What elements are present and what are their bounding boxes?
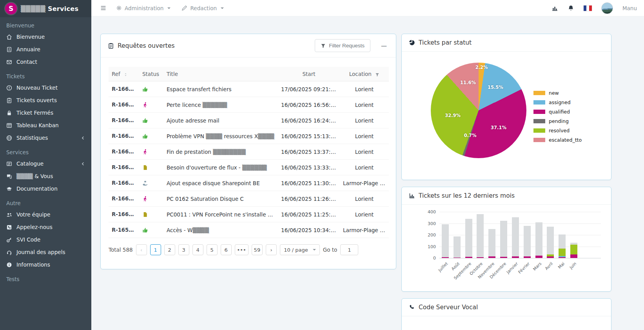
sidebar: S ▒▒▒▒▒ Services Bienvenue Bienvenue Ann… xyxy=(0,0,91,330)
request-title: PC 0162 Saturation Disque C xyxy=(163,191,278,207)
sidebar-item-contact[interactable]: Contact xyxy=(0,56,91,68)
bell-icon[interactable] xyxy=(568,5,574,11)
sidebar-item-annuaire[interactable]: Annuaire xyxy=(0,43,91,56)
request-ref[interactable]: R-166187 xyxy=(109,81,139,97)
bar-segment-qualified xyxy=(559,257,566,258)
table-row[interactable]: R-166144 Ajoute adresse mail 16/06/2025 … xyxy=(109,113,389,128)
column-header-status: Status xyxy=(139,67,163,81)
page-button-6[interactable]: 6 xyxy=(221,244,232,255)
table-row[interactable]: R-166128 Problème VPN ▒▒▒▒ ressources X▒… xyxy=(109,128,389,144)
prev-page-button[interactable]: ‹ xyxy=(136,244,147,255)
status-icon xyxy=(142,227,148,233)
sidebar-item-bienvenue[interactable]: Bienvenue xyxy=(0,31,91,43)
sidebar-item-label: Tableau Kanban xyxy=(16,122,59,128)
sidebar-item-ticket-fermes[interactable]: Ticket Fermés xyxy=(0,106,91,119)
bar-chart-icon xyxy=(409,193,415,199)
legend-item[interactable]: assigned xyxy=(533,99,582,105)
table-row[interactable]: R-166051 PC0011 : VPN ForcePoint ne s'in… xyxy=(109,207,389,222)
sidebar-section-tickets: Tickets xyxy=(0,68,91,81)
request-ref[interactable]: R-166159 xyxy=(109,97,139,113)
sidebar-item-tableau-kanban[interactable]: Tableau Kanban xyxy=(0,119,91,132)
sidebar-item-label: SVI Code xyxy=(16,236,40,243)
page-button-4[interactable]: 4 xyxy=(192,244,203,255)
menu-administration[interactable]: Administration xyxy=(111,3,175,14)
table-row[interactable]: R-166054 PC 0162 Saturation Disque C 16/… xyxy=(109,191,389,207)
sidebar-item-tickets-ouverts[interactable]: Tickets ouverts xyxy=(0,94,91,106)
table-row[interactable]: R-166187 Espace transfert fichiers 17/06… xyxy=(109,81,389,97)
envelope-icon xyxy=(6,59,12,65)
sidebar-item-label: Nouveau Ticket xyxy=(16,85,58,91)
phone-square-icon xyxy=(6,224,12,230)
request-ref[interactable]: R-166087 xyxy=(109,160,139,175)
goto-page-input[interactable] xyxy=(340,244,358,255)
sidebar-item-et-vous[interactable]: ▒▒▒▒ & Vous xyxy=(0,170,91,182)
legend-item[interactable]: new xyxy=(533,90,582,96)
bar-segment-other xyxy=(500,221,507,257)
sidebar-item-svi-code[interactable]: SVI Code xyxy=(0,233,91,246)
page-button-3[interactable]: 3 xyxy=(178,244,189,255)
page-button-59[interactable]: 59 xyxy=(252,244,263,255)
column-header-ref[interactable]: Ref xyxy=(109,67,139,81)
menu-redaction[interactable]: Redaction xyxy=(177,3,229,14)
table-row[interactable]: R-166159 Perte licence ▒▒▒▒▒▒ 16/06/2025… xyxy=(109,97,389,113)
bar-segment-other xyxy=(477,214,484,257)
bar-segment-other xyxy=(535,222,542,256)
column-label: Start xyxy=(303,71,316,77)
legend-swatch xyxy=(533,138,545,142)
brand[interactable]: S ▒▒▒▒▒ Services xyxy=(0,0,91,17)
table-row[interactable]: R-166062 Ajout espace disque Sharepoint … xyxy=(109,175,389,191)
avatar[interactable] xyxy=(601,2,613,14)
request-ref[interactable]: R-166054 xyxy=(109,191,139,207)
sidebar-item-nouveau-ticket[interactable]: Nouveau Ticket xyxy=(0,81,91,94)
y-axis-tick: 0 xyxy=(433,256,436,261)
sidebar-item-documentation[interactable]: Documentation xyxy=(0,182,91,195)
page-jump-ellipsis[interactable]: ••• xyxy=(235,244,249,255)
home-icon xyxy=(6,34,12,40)
table-row[interactable]: R-165896 Accès - W▒▒▒▒ 16/06/2025 10:34:… xyxy=(109,222,389,238)
request-ref[interactable]: R-165896 xyxy=(109,222,139,238)
sidebar-item-journal-des-appels[interactable]: Journal des appels xyxy=(0,246,91,258)
sidebar-item-votre-equipe[interactable]: Votre équipe xyxy=(0,208,91,221)
sidebar-item-statistiques[interactable]: Statistiques xyxy=(0,132,91,144)
legend-item[interactable]: escalated_tto xyxy=(533,137,582,143)
phone-icon xyxy=(409,304,415,310)
user-name[interactable]: Manu xyxy=(622,5,637,11)
table-row[interactable]: R-166087 Besoin d'ouverture de flux - ▒▒… xyxy=(109,160,389,175)
card-title: Code Serveur Vocal xyxy=(419,304,478,311)
legend-swatch xyxy=(533,128,545,133)
table-header-row: Ref Status Title Start Location xyxy=(109,67,389,81)
request-ref[interactable]: R-166051 xyxy=(109,207,139,222)
request-ref[interactable]: R-166144 xyxy=(109,113,139,128)
legend-item[interactable]: qualified xyxy=(533,109,582,115)
request-start: 16/06/2025 11:30:32 xyxy=(278,175,340,191)
filter-requests-button[interactable]: Filter Requests xyxy=(315,39,370,52)
page-button-1[interactable]: 1 xyxy=(150,244,161,255)
column-header-location[interactable]: Location xyxy=(340,67,389,81)
sidebar-item-informations[interactable]: Informations xyxy=(0,258,91,271)
sidebar-item-label: Contact xyxy=(16,59,37,65)
request-location: Larmor-Plage ▒▒▒ xyxy=(340,222,389,238)
request-title: Accès - W▒▒▒▒ xyxy=(163,222,278,238)
legend-item[interactable]: resolved xyxy=(533,128,582,133)
request-ref[interactable]: R-166088 xyxy=(109,144,139,160)
page-size-select[interactable]: 10 / page xyxy=(280,244,320,255)
gridline xyxy=(439,258,601,258)
page-button-5[interactable]: 5 xyxy=(207,244,218,255)
sidebar-item-catalogue[interactable]: Catalogue xyxy=(0,157,91,170)
sort-icon xyxy=(123,72,128,77)
france-flag-icon[interactable] xyxy=(584,5,592,11)
request-ref[interactable]: R-166062 xyxy=(109,175,139,191)
sidebar-item-appelez-nous[interactable]: Appelez-nous xyxy=(0,221,91,233)
hamburger-menu-icon[interactable] xyxy=(97,3,110,13)
collapse-card-button[interactable]: — xyxy=(379,42,389,49)
page-button-2[interactable]: 2 xyxy=(164,244,175,255)
legend-item[interactable]: pending xyxy=(533,118,582,124)
bar-chart-icon[interactable] xyxy=(551,5,558,11)
bar xyxy=(559,234,566,258)
request-location: Lorient xyxy=(340,113,389,128)
request-ref[interactable]: R-166128 xyxy=(109,128,139,144)
bar xyxy=(547,227,554,258)
headset-icon xyxy=(6,249,12,255)
next-page-button[interactable]: › xyxy=(266,244,277,255)
table-row[interactable]: R-166088 Fin de prestation ▒▒▒▒▒▒▒▒ 16/0… xyxy=(109,144,389,160)
